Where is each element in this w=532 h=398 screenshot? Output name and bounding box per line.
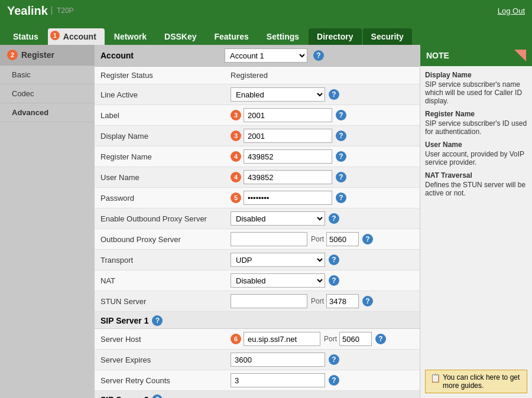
user-name-input[interactable] <box>244 170 332 184</box>
line-active-help[interactable]: ? <box>329 89 339 100</box>
sip1-retry-help[interactable]: ? <box>329 375 339 386</box>
sip1-host-row: Server Host 6 Port ? <box>95 329 420 350</box>
label-badge: 3 <box>231 110 241 120</box>
tab-network[interactable]: Network <box>106 28 155 45</box>
display-name-input[interactable] <box>244 129 332 143</box>
outbound-port-input[interactable] <box>326 232 359 246</box>
account-help-icon[interactable]: ? <box>313 50 324 61</box>
form-body: Register Status Registered Line Active E… <box>95 67 420 398</box>
sidebar-item-basic[interactable]: Basic <box>0 66 95 84</box>
sip1-retry-input[interactable] <box>231 373 325 387</box>
register-status-value: Registered <box>231 71 268 80</box>
sip1-host-input[interactable] <box>244 332 320 346</box>
transport-select[interactable]: UDP TCP TLS DNS-NAPTR <box>231 253 325 267</box>
sip1-expires-input[interactable] <box>231 353 325 367</box>
sip-server1-title: SIP Server 1 <box>100 316 148 325</box>
tab-dsskey[interactable]: DSSKey <box>156 28 205 45</box>
top-header: Yealink T20P Log Out <box>0 0 532 21</box>
tab-directory[interactable]: Directory <box>309 28 361 45</box>
password-row: Password 5 ? <box>95 188 420 208</box>
sip1-expires-row: Server Expires ? <box>95 350 420 370</box>
stun-help[interactable]: ? <box>362 296 373 306</box>
tab-status[interactable]: Status <box>5 28 47 45</box>
logout-button[interactable]: Log Out <box>498 6 525 15</box>
tab-features[interactable]: Features <box>206 28 257 45</box>
password-badge: 5 <box>231 193 241 203</box>
register-name-row: Register Name 4 ? <box>95 146 420 167</box>
note-guide[interactable]: 📋 You can click here to get more guides. <box>425 370 527 393</box>
display-name-help[interactable]: ? <box>336 131 346 141</box>
password-help[interactable]: ? <box>336 193 346 203</box>
content-area: Account Account 1 Account 2 Account 3 Ac… <box>95 45 420 398</box>
note-display-name-title: Display Name <box>425 71 527 79</box>
note-user-name-title: User Name <box>425 141 527 149</box>
note-nat-title: NAT Traversal <box>425 171 527 180</box>
sip1-expires-help[interactable]: ? <box>329 354 339 365</box>
outbound-proxy-server-input[interactable] <box>231 232 307 246</box>
note-display-name-text: SIP service subscriber's name which will… <box>425 80 527 105</box>
stun-server-row: STUN Server Port ? <box>95 291 420 312</box>
nat-select[interactable]: Disabled Enabled <box>231 273 325 288</box>
register-name-help[interactable]: ? <box>336 151 346 162</box>
note-panel: NOTE Display Name SIP service subscriber… <box>420 45 532 398</box>
user-name-row: User Name 4 ? <box>95 167 420 188</box>
note-header: NOTE <box>420 45 532 66</box>
outbound-proxy-enable-help[interactable]: ? <box>329 213 339 224</box>
sidebar: 2 Register Basic Codec Advanced <box>0 45 95 398</box>
stun-port-label: Port <box>311 297 324 305</box>
line-active-label: Line Active <box>100 90 231 99</box>
sip-server2-help[interactable]: ? <box>152 394 163 398</box>
display-name-row: Display Name 3 ? <box>95 126 420 146</box>
tab-account[interactable]: 1 Account <box>48 28 105 45</box>
sip1-host-label: Server Host <box>100 335 231 344</box>
outbound-port-label: Port <box>311 235 324 243</box>
note-guide-icon: 📋 <box>430 373 440 383</box>
register-name-badge: 4 <box>231 151 241 162</box>
note-content: Display Name SIP service subscriber's na… <box>420 66 532 365</box>
nat-label: NAT <box>100 276 231 285</box>
stun-server-input[interactable] <box>231 294 307 308</box>
display-name-badge: 3 <box>231 131 241 141</box>
sip1-retry-label: Server Retry Counts <box>100 376 231 385</box>
user-name-label: User Name <box>100 173 231 182</box>
account-tab-badge: 1 <box>50 31 60 40</box>
register-status-label: Register Status <box>100 71 231 80</box>
main-layout: 2 Register Basic Codec Advanced Account … <box>0 45 532 398</box>
outbound-proxy-enable-select[interactable]: Disabled Enabled <box>231 211 325 226</box>
sip1-port-label: Port <box>324 335 337 343</box>
sidebar-item-advanced[interactable]: Advanced <box>0 103 95 122</box>
tab-security[interactable]: Security <box>363 28 412 45</box>
outbound-proxy-enable-label: Enable Outbound Proxy Server <box>100 214 231 223</box>
label-help[interactable]: ? <box>336 110 346 120</box>
register-name-label: Register Name <box>100 152 231 161</box>
register-name-input[interactable] <box>244 149 332 164</box>
nat-help[interactable]: ? <box>329 275 339 286</box>
sidebar-register-section[interactable]: 2 Register <box>0 45 95 66</box>
password-input[interactable] <box>244 191 332 205</box>
label-input[interactable] <box>244 108 332 122</box>
model-name: T20P <box>51 6 74 15</box>
register-section-label: Register <box>21 50 54 60</box>
sip1-port-input[interactable] <box>339 332 372 346</box>
tab-settings[interactable]: Settings <box>258 28 307 45</box>
transport-help[interactable]: ? <box>329 255 339 265</box>
stun-port-input[interactable] <box>326 294 359 308</box>
sip1-host-help[interactable]: ? <box>375 334 386 344</box>
nav-bar: Status 1 Account Network DSSKey Features… <box>0 21 532 45</box>
account-select[interactable]: Account 1 Account 2 Account 3 Account 4 … <box>225 48 307 63</box>
outbound-proxy-server-label: Outbound Proxy Server <box>100 235 231 244</box>
register-badge: 2 <box>7 50 18 60</box>
user-name-help[interactable]: ? <box>336 172 346 182</box>
sip-server2-header: SIP Server 2 ? <box>95 391 420 398</box>
label-row: Label 3 ? <box>95 105 420 126</box>
sip1-expires-label: Server Expires <box>100 355 231 364</box>
sip-server1-help[interactable]: ? <box>152 315 163 326</box>
note-corner-decoration <box>514 50 526 61</box>
line-active-select[interactable]: Enabled Disabled <box>231 87 325 102</box>
line-active-row: Line Active Enabled Disabled ? <box>95 84 420 105</box>
display-name-label: Display Name <box>100 132 231 141</box>
stun-server-label: STUN Server <box>100 297 231 306</box>
sidebar-item-codec[interactable]: Codec <box>0 84 95 103</box>
outbound-proxy-help[interactable]: ? <box>362 234 373 244</box>
password-label: Password <box>100 194 231 203</box>
